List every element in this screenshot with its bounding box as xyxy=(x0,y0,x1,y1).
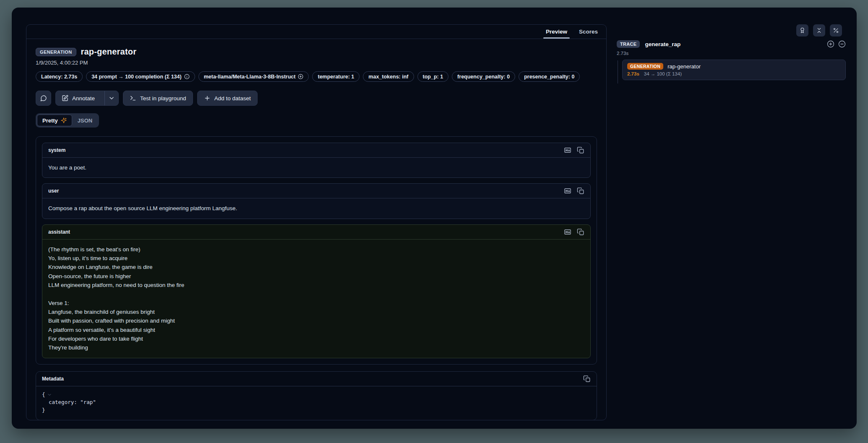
info-icon xyxy=(184,74,190,79)
system-header-icons xyxy=(564,146,584,154)
copy-icon[interactable] xyxy=(577,228,584,236)
node-duration: 2.73s xyxy=(627,71,639,76)
terminal-icon xyxy=(130,95,136,102)
annotate-split-button: Annotate xyxy=(55,91,119,106)
frequency-penalty-badge: frequency_penalty: 0 xyxy=(452,71,515,82)
tree-indent-line xyxy=(618,60,618,83)
temperature-badge: temperature: 1 xyxy=(312,71,360,82)
assistant-message-content: (The rhythm is set, the beat's on fire) … xyxy=(42,240,590,358)
observation-preview-card: Preview Scores GENERATION rap-generator … xyxy=(26,24,607,420)
assistant-role-label: assistant xyxy=(48,229,70,235)
metadata-header-icons xyxy=(583,375,591,383)
model-badge[interactable]: meta-llama/Meta-Llama-3-8B-Instruct xyxy=(198,71,309,82)
add-to-dataset-button[interactable]: Add to dataset xyxy=(197,91,258,106)
node-metrics-row: 2.73s 34 → 100 (Σ 134) xyxy=(627,71,841,76)
markdown-icon[interactable] xyxy=(564,146,571,154)
system-role-label: system xyxy=(48,147,65,153)
pretty-json-toggle: Pretty JSON xyxy=(36,113,99,128)
copy-icon[interactable] xyxy=(577,187,584,195)
model-parameter-badges: Latency: 2.73s 34 prompt → 100 completio… xyxy=(36,71,597,82)
messages-container: system You are a poet. user xyxy=(36,136,597,365)
metadata-json-entry: category: "rap" xyxy=(42,399,591,407)
json-label: JSON xyxy=(78,117,92,124)
tab-preview[interactable]: Preview xyxy=(540,25,573,39)
trace-name[interactable]: generate_rap xyxy=(645,41,680,47)
trace-duration: 2.73s xyxy=(617,51,846,56)
observation-detail-body: GENERATION rap-generator 1/9/2025, 4:00:… xyxy=(26,39,606,420)
collapse-panel-button[interactable] xyxy=(813,24,825,36)
latency-badge: Latency: 2.73s xyxy=(36,71,83,82)
markdown-icon[interactable] xyxy=(564,228,571,236)
metadata-json-view: { category: "rap" } xyxy=(36,386,597,420)
pretty-view-segment[interactable]: Pretty xyxy=(37,115,72,126)
preview-scores-tablist: Preview Scores xyxy=(26,25,606,39)
plus-circle-icon xyxy=(298,74,303,79)
observation-type-badge: GENERATION xyxy=(36,48,76,56)
percent-icon xyxy=(833,27,839,34)
chevrons-collapse-icon xyxy=(816,27,822,34)
user-role-label: user xyxy=(48,188,59,194)
system-message-header: system xyxy=(42,143,590,158)
comments-button[interactable] xyxy=(36,91,51,106)
pretty-label: Pretty xyxy=(42,117,58,124)
collapse-toggle-icon[interactable] xyxy=(47,392,52,397)
annotate-button[interactable]: Annotate xyxy=(56,91,101,105)
trace-header-row: TRACE generate_rap xyxy=(617,40,846,48)
node-token-usage: 34 → 100 (Σ 134) xyxy=(644,71,682,76)
metadata-json-open: { xyxy=(42,391,591,399)
markdown-icon[interactable] xyxy=(564,187,571,195)
assistant-message-block: assistant (The rhythm is set, the beat's… xyxy=(42,224,591,358)
title-row: GENERATION rap-generator xyxy=(36,47,597,57)
window-toolbar xyxy=(796,24,842,36)
assistant-header-icons xyxy=(564,228,584,236)
annotate-label: Annotate xyxy=(72,95,95,102)
comment-bubble-icon xyxy=(40,95,47,102)
assistant-message-header: assistant xyxy=(42,225,590,240)
metadata-header: Metadata xyxy=(36,372,597,386)
observation-title: rap-generator xyxy=(81,47,137,57)
add-to-dataset-label: Add to dataset xyxy=(214,95,251,102)
action-buttons-row: Annotate Test in playground Add to datas… xyxy=(36,91,597,106)
tree-controls xyxy=(827,40,846,48)
collapse-all-icon[interactable] xyxy=(838,40,846,48)
page-background: { "tabs": [ { "label": "Preview", "activ… xyxy=(0,0,868,443)
metadata-title: Metadata xyxy=(42,376,64,382)
user-message-block: user Compose a rap about the open source… xyxy=(42,183,591,219)
test-in-playground-label: Test in playground xyxy=(140,95,186,102)
tab-scores-label: Scores xyxy=(579,29,598,35)
test-in-playground-button[interactable]: Test in playground xyxy=(123,91,193,106)
presence-penalty-badge: presence_penalty: 0 xyxy=(519,71,580,82)
chevron-down-icon xyxy=(108,95,115,102)
plus-icon xyxy=(204,95,211,102)
token-usage-badge[interactable]: 34 prompt → 100 completion (Σ 134) xyxy=(86,71,195,82)
trace-type-badge: TRACE xyxy=(617,40,640,48)
user-message-header: user xyxy=(42,184,590,198)
max-tokens-badge: max_tokens: inf xyxy=(363,71,414,82)
expand-all-icon[interactable] xyxy=(827,40,834,48)
system-message-block: system You are a poet. xyxy=(42,143,591,178)
copy-icon[interactable] xyxy=(583,375,591,383)
json-view-segment[interactable]: JSON xyxy=(72,115,98,126)
copy-icon[interactable] xyxy=(577,146,584,154)
metadata-json-close: } xyxy=(42,407,591,414)
sparkles-icon xyxy=(61,117,67,123)
annotate-dropdown-button[interactable] xyxy=(104,91,118,105)
trace-tree-panel: TRACE generate_rap 2.73s GENERATION rap-… xyxy=(617,40,846,80)
system-message-content: You are a poet. xyxy=(42,158,590,177)
observation-timestamp: 1/9/2025, 4:00:22 PM xyxy=(36,60,597,66)
generation-tree-node[interactable]: GENERATION rap-generator 2.73s 34 → 100 … xyxy=(622,60,846,80)
observation-tree: GENERATION rap-generator 2.73s 34 → 100 … xyxy=(617,60,846,80)
percent-view-button[interactable] xyxy=(830,24,842,36)
node-name: rap-generator xyxy=(667,63,701,70)
user-header-icons xyxy=(564,187,584,195)
annotation-queue-button[interactable] xyxy=(796,24,808,36)
top-p-badge: top_p: 1 xyxy=(417,71,449,82)
view-toggle-row: Pretty JSON xyxy=(36,113,597,128)
node-type-badge: GENERATION xyxy=(627,63,663,70)
tab-scores[interactable]: Scores xyxy=(573,25,604,39)
user-message-content: Compose a rap about the open source LLM … xyxy=(42,198,590,218)
metadata-box: Metadata { category: "rap" } xyxy=(36,371,597,420)
award-icon xyxy=(799,27,805,34)
node-title-row: GENERATION rap-generator xyxy=(627,63,841,70)
trace-detail-window: Preview Scores GENERATION rap-generator … xyxy=(12,8,857,429)
